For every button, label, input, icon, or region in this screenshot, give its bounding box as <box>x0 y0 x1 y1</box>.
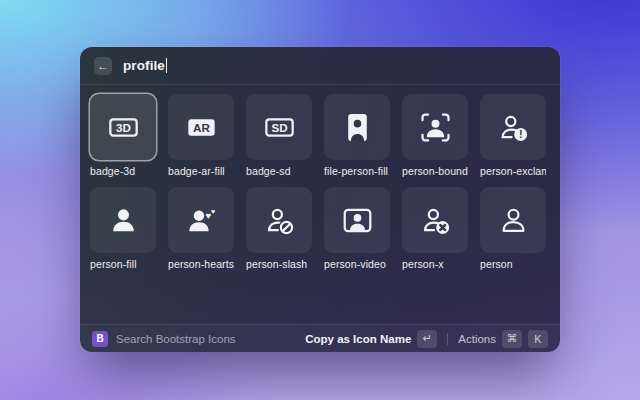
footer-bar: B Search Bootstrap Icons Copy as Icon Na… <box>80 324 560 352</box>
back-arrow-icon: ← <box>97 60 109 72</box>
result-tile[interactable]: ♥ ♥ <box>168 187 234 253</box>
person-exclamation-icon: ! <box>498 112 529 143</box>
person-icon <box>498 205 529 236</box>
search-query: profile <box>123 58 165 73</box>
result-tile[interactable]: SD <box>246 94 312 160</box>
result-badge-3d[interactable]: 3D badge-3d <box>90 94 156 177</box>
result-label: file-person-fill <box>324 165 390 177</box>
result-badge-sd[interactable]: SD badge-sd <box>246 94 312 177</box>
copy-as-icon-name-button[interactable]: Copy as Icon Name <box>305 333 411 345</box>
footer-source: B Search Bootstrap Icons <box>92 331 236 347</box>
person-x-icon <box>420 205 451 236</box>
badge-sd-icon: SD <box>264 112 295 143</box>
result-badge-ar-fill[interactable]: AR badge-ar-fill <box>168 94 234 177</box>
badge-3d-icon: 3D <box>108 112 139 143</box>
command-key-icon: ⌘ <box>502 330 522 348</box>
person-hearts-icon: ♥ ♥ <box>186 205 217 236</box>
result-label: badge-3d <box>90 165 156 177</box>
text-caret <box>166 58 168 73</box>
result-person-bounding-box[interactable]: person-bounding… <box>402 94 468 177</box>
svg-text:SD: SD <box>271 121 287 134</box>
result-tile[interactable] <box>90 187 156 253</box>
result-label: person-slash <box>246 258 312 270</box>
result-label: person-video <box>324 258 390 270</box>
result-tile[interactable] <box>480 187 546 253</box>
result-tile[interactable]: 3D <box>90 94 156 160</box>
file-person-fill-icon <box>342 112 373 143</box>
back-button[interactable]: ← <box>94 57 112 75</box>
badge-ar-fill-icon: AR <box>186 112 217 143</box>
result-label: person-x <box>402 258 468 270</box>
person-fill-icon <box>108 205 139 236</box>
footer-divider <box>447 333 448 345</box>
result-person-video[interactable]: person-video <box>324 187 390 270</box>
search-bar: ← profile <box>80 47 560 85</box>
result-label: person <box>480 258 546 270</box>
svg-text:♥: ♥ <box>211 208 215 215</box>
svg-text:AR: AR <box>193 121 210 134</box>
result-person-fill[interactable]: person-fill <box>90 187 156 270</box>
footer-actions: Copy as Icon Name ↵ Actions ⌘ K <box>305 330 548 348</box>
k-key-icon: K <box>528 330 548 348</box>
result-label: person-fill <box>90 258 156 270</box>
icon-search-window: ← profile 3D badge-3d A <box>80 47 560 352</box>
result-tile[interactable]: ! <box>480 94 546 160</box>
results-area: 3D badge-3d AR badge-ar-fill <box>80 85 560 270</box>
result-tile[interactable] <box>324 94 390 160</box>
result-tile[interactable] <box>402 94 468 160</box>
person-bounding-box-icon <box>420 112 451 143</box>
result-tile[interactable] <box>402 187 468 253</box>
result-person-hearts[interactable]: ♥ ♥ person-hearts <box>168 187 234 270</box>
result-tile[interactable]: AR <box>168 94 234 160</box>
bootstrap-logo-icon: B <box>92 331 108 347</box>
svg-text:!: ! <box>518 128 522 140</box>
result-label: badge-ar-fill <box>168 165 234 177</box>
result-label: person-hearts <box>168 258 234 270</box>
svg-text:3D: 3D <box>116 121 131 134</box>
result-tile[interactable] <box>246 187 312 253</box>
result-person[interactable]: person <box>480 187 546 270</box>
result-tile[interactable] <box>324 187 390 253</box>
icon-grid: 3D badge-3d AR badge-ar-fill <box>90 94 550 270</box>
person-video-icon <box>342 205 373 236</box>
result-person-exclamation[interactable]: ! person-exclamati… <box>480 94 546 177</box>
return-key-icon: ↵ <box>417 330 437 348</box>
actions-button[interactable]: Actions <box>458 333 496 345</box>
result-person-x[interactable]: person-x <box>402 187 468 270</box>
result-file-person-fill[interactable]: file-person-fill <box>324 94 390 177</box>
result-person-slash[interactable]: person-slash <box>246 187 312 270</box>
source-label: Search Bootstrap Icons <box>116 333 236 345</box>
result-label: person-bounding… <box>402 165 468 177</box>
result-label: person-exclamati… <box>480 165 546 177</box>
result-label: badge-sd <box>246 165 312 177</box>
search-input[interactable]: profile <box>123 58 167 73</box>
person-slash-icon <box>264 205 295 236</box>
